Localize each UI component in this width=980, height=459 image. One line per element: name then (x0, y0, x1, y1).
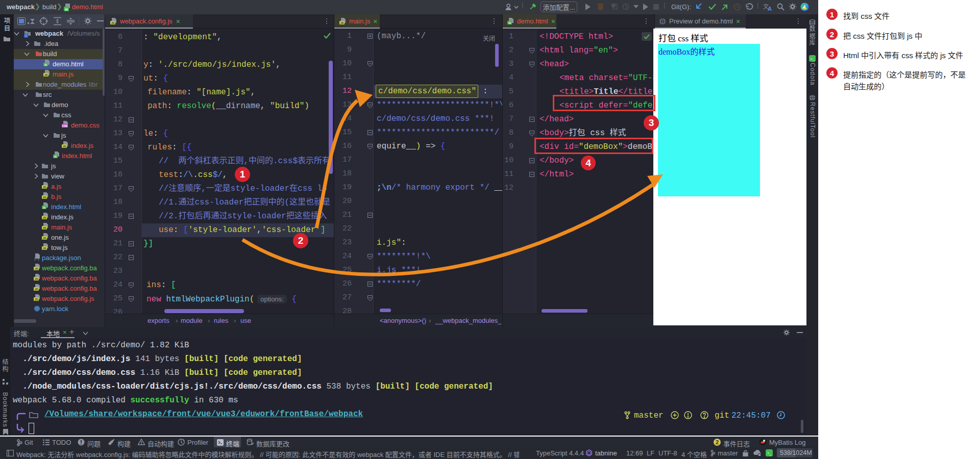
svg-text:H: H (43, 206, 45, 209)
svg-text:H: H (509, 21, 511, 24)
svg-text:JS: JS (340, 21, 344, 24)
svg-text:JS: JS (35, 267, 38, 270)
svg-text:JS: JS (43, 247, 46, 250)
svg-text:JS: JS (35, 288, 38, 291)
svg-text:JS: JS (43, 216, 46, 219)
svg-text:JS: JS (43, 196, 46, 199)
svg-text:JS: JS (111, 21, 115, 24)
svg-text:H: H (65, 8, 67, 11)
svg-text:JS: JS (43, 186, 46, 189)
svg-text:JS: JS (43, 237, 46, 240)
svg-text:H: H (55, 155, 57, 158)
svg-text:JS: JS (44, 73, 48, 76)
svg-text:JS: JS (35, 277, 38, 280)
svg-text:A: A (768, 6, 772, 11)
svg-text:>_: >_ (811, 57, 815, 61)
svg-text:{..}: {..} (34, 256, 39, 261)
svg-text:>_: >_ (767, 451, 772, 455)
svg-text:JS: JS (35, 298, 38, 301)
svg-text:CSS: CSS (62, 124, 68, 128)
svg-text:H: H (45, 63, 47, 66)
svg-text:JS: JS (43, 226, 46, 230)
svg-text:JS: JS (63, 145, 66, 148)
